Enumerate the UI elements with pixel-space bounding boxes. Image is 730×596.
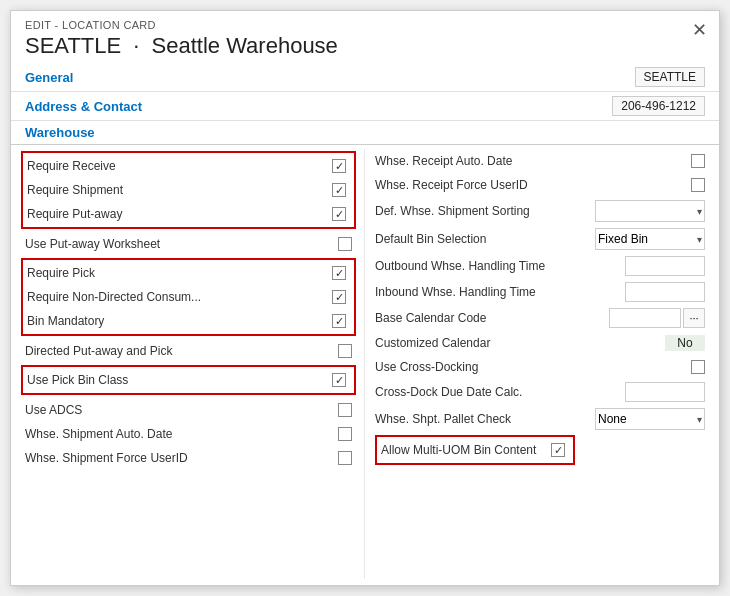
- general-section-header[interactable]: General SEATTLE: [11, 63, 719, 92]
- input-outbound-handling-time[interactable]: [625, 256, 705, 276]
- ellipsis-button[interactable]: ···: [683, 308, 705, 328]
- general-label: General: [25, 70, 73, 85]
- title-dot: ·: [133, 33, 139, 58]
- input-cross-dock-due-date[interactable]: [625, 382, 705, 402]
- select-default-bin-selection[interactable]: Fixed Bin ▾: [595, 228, 705, 250]
- input-base-calendar-code[interactable]: [609, 308, 681, 328]
- field-use-adcs: Use ADCS: [21, 398, 356, 422]
- customized-calendar-value[interactable]: No: [665, 335, 705, 351]
- location-card-dialog: EDIT - LOCATION CARD SEATTLE · Seattle W…: [10, 10, 720, 586]
- chevron-down-icon: ▾: [697, 234, 702, 245]
- field-use-pick-bin-class: Use Pick Bin Class: [27, 368, 350, 392]
- field-require-putaway: Require Put-away: [27, 202, 350, 226]
- address-label: Address & Contact: [25, 99, 142, 114]
- field-require-shipment: Require Shipment: [27, 178, 350, 202]
- left-column: Require Receive Require Shipment Require…: [21, 149, 365, 579]
- checkbox-require-non-directed[interactable]: [332, 290, 346, 304]
- title-name: Seattle Warehouse: [152, 33, 338, 58]
- field-whse-receipt-auto-date: Whse. Receipt Auto. Date: [375, 149, 709, 173]
- checkbox-use-adcs[interactable]: [338, 403, 352, 417]
- field-allow-multi-uom: Allow Multi-UOM Bin Content: [381, 438, 569, 462]
- field-def-whse-shipment-sorting: Def. Whse. Shipment Sorting ▾: [375, 197, 709, 225]
- checkbox-allow-multi-uom[interactable]: [551, 443, 565, 457]
- field-default-bin-selection: Default Bin Selection Fixed Bin ▾: [375, 225, 709, 253]
- field-whse-shpt-pallet-check: Whse. Shpt. Pallet Check None ▾: [375, 405, 709, 433]
- field-directed-putaway: Directed Put-away and Pick: [21, 339, 356, 363]
- dialog-header: EDIT - LOCATION CARD SEATTLE · Seattle W…: [11, 11, 719, 63]
- close-button[interactable]: ✕: [692, 21, 707, 39]
- checkbox-require-shipment[interactable]: [332, 183, 346, 197]
- checkbox-whse-receipt-auto-date[interactable]: [691, 154, 705, 168]
- field-whse-receipt-force-userid: Whse. Receipt Force UserID: [375, 173, 709, 197]
- red-group-1: Require Receive Require Shipment Require…: [21, 151, 356, 229]
- red-group-3: Use Pick Bin Class: [21, 365, 356, 395]
- field-customized-calendar: Customized Calendar No: [375, 331, 709, 355]
- checkbox-whse-shipment-force-userid[interactable]: [338, 451, 352, 465]
- select-whse-shpt-pallet-check[interactable]: None ▾: [595, 408, 705, 430]
- field-require-non-directed: Require Non-Directed Consum...: [27, 285, 350, 309]
- checkbox-use-pick-bin-class[interactable]: [332, 373, 346, 387]
- checkbox-bin-mandatory[interactable]: [332, 314, 346, 328]
- select-def-whse-shipment-sorting[interactable]: ▾: [595, 200, 705, 222]
- checkbox-whse-receipt-force-userid[interactable]: [691, 178, 705, 192]
- base-calendar-control: ···: [609, 308, 705, 328]
- field-use-putaway-worksheet: Use Put-away Worksheet: [21, 232, 356, 256]
- checkbox-require-pick[interactable]: [332, 266, 346, 280]
- checkbox-require-receive[interactable]: [332, 159, 346, 173]
- input-inbound-handling-time[interactable]: [625, 282, 705, 302]
- address-section-header[interactable]: Address & Contact 206-496-1212: [11, 92, 719, 121]
- field-require-receive: Require Receive: [27, 154, 350, 178]
- fields-area: Require Receive Require Shipment Require…: [11, 147, 719, 585]
- address-value: 206-496-1212: [612, 96, 705, 116]
- red-group-2: Require Pick Require Non-Directed Consum…: [21, 258, 356, 336]
- general-value: SEATTLE: [635, 67, 705, 87]
- warehouse-section-header[interactable]: Warehouse: [11, 121, 719, 145]
- red-group-4: Allow Multi-UOM Bin Content: [375, 435, 575, 465]
- field-bin-mandatory: Bin Mandatory: [27, 309, 350, 333]
- field-whse-shipment-auto-date: Whse. Shipment Auto. Date: [21, 422, 356, 446]
- field-whse-shipment-force-userid: Whse. Shipment Force UserID: [21, 446, 356, 470]
- checkbox-use-putaway-worksheet[interactable]: [338, 237, 352, 251]
- chevron-down-icon: ▾: [697, 206, 702, 217]
- field-outbound-handling-time: Outbound Whse. Handling Time: [375, 253, 709, 279]
- field-inbound-handling-time: Inbound Whse. Handling Time: [375, 279, 709, 305]
- right-column: Whse. Receipt Auto. Date Whse. Receipt F…: [365, 149, 709, 579]
- checkbox-use-cross-docking[interactable]: [691, 360, 705, 374]
- checkbox-directed-putaway[interactable]: [338, 344, 352, 358]
- field-use-cross-docking: Use Cross-Docking: [375, 355, 709, 379]
- title-code: SEATTLE: [25, 33, 121, 58]
- field-require-pick: Require Pick: [27, 261, 350, 285]
- field-base-calendar-code: Base Calendar Code ···: [375, 305, 709, 331]
- checkbox-whse-shipment-auto-date[interactable]: [338, 427, 352, 441]
- warehouse-label: Warehouse: [25, 125, 95, 140]
- dialog-title: SEATTLE · Seattle Warehouse: [25, 33, 705, 59]
- checkbox-require-putaway[interactable]: [332, 207, 346, 221]
- chevron-down-icon: ▾: [697, 414, 702, 425]
- field-cross-dock-due-date: Cross-Dock Due Date Calc.: [375, 379, 709, 405]
- dialog-caption: EDIT - LOCATION CARD: [25, 19, 705, 31]
